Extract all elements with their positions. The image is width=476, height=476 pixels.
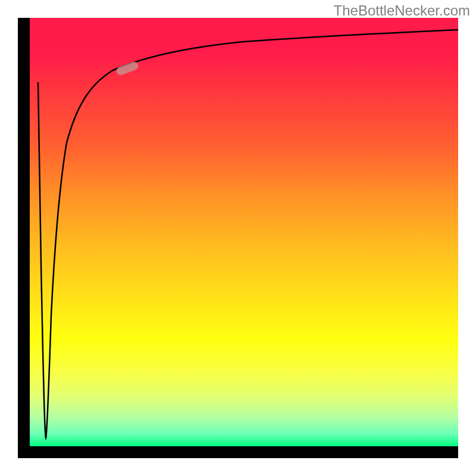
- highlight-marker: [115, 61, 139, 76]
- bottleneck-curve-path: [38, 30, 458, 438]
- x-axis: [18, 446, 458, 458]
- watermark-text: TheBottleNecker.com: [334, 2, 470, 19]
- chart-container: [18, 18, 458, 458]
- y-axis: [18, 18, 30, 458]
- curve-svg: [30, 18, 458, 446]
